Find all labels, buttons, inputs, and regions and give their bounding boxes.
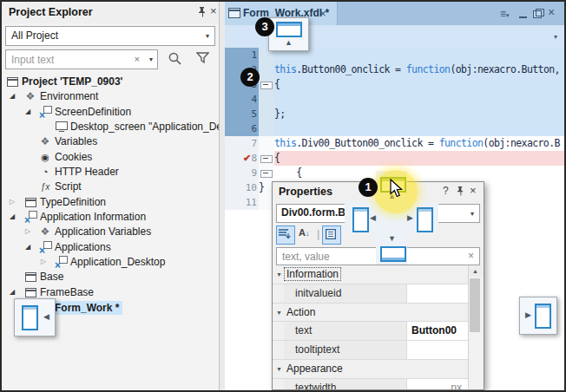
project-explorer-panel: Project Explorer × All Project ▾ × ▾ Pro… [2,2,219,390]
property-row-tooltiptext[interactable]: tooltiptext [273,341,468,360]
fold-collapse-icon[interactable] [260,155,273,163]
tree-item-applications[interactable]: ◢×Applications [2,240,219,255]
code-keyword: function [406,63,451,75]
property-value-cell[interactable]: Button00 [407,322,468,340]
dock-left-icon [22,305,38,330]
line-number: 1 [224,48,260,62]
tree-chevron-icon[interactable]: ◢ [10,288,18,297]
arrow-left-icon: ◀ [370,214,376,222]
dock-cross-bottom-icon[interactable] [380,246,406,262]
close-icon[interactable]: × [319,7,326,20]
fold-collapse-icon[interactable] [260,82,273,89]
category-row-appearance[interactable]: ▼Appearance [273,360,468,379]
property-name-cell[interactable]: initvalueid [284,284,407,303]
code-line-3[interactable]: { [274,77,564,92]
dock-cross-right-icon[interactable] [417,207,433,232]
project-icon [5,75,19,88]
tree-item-variables[interactable]: Variables [2,134,219,149]
dock-cross-left-icon[interactable] [352,207,369,232]
tree-item-label: Application_Desktop [70,256,165,268]
tree-item-application-variables[interactable]: ▷Application Variables [2,225,219,239]
property-value-cell[interactable] [407,284,468,303]
category-row-action[interactable]: ▼Action [273,304,468,323]
dock-left-guide[interactable]: ◀ [14,298,56,336]
code-line-6[interactable] [274,121,564,136]
tree-item-label: Project 'TEMP_0903' [22,75,122,88]
scrollbar-thumb[interactable] [470,278,480,332]
arrow-up-icon: ▲ [285,39,293,47]
code-line-7[interactable]: this.Div00_Button00_onclick = function(o… [274,136,564,151]
line-number: 9 [224,166,260,180]
property-value: px [451,382,462,390]
tree-item-desktop-screen-application-des[interactable]: Desktop_screen "Application_Des [2,120,219,134]
property-row-textwidth[interactable]: textwidthpx [273,379,468,390]
restore-icon[interactable] [533,10,542,18]
tab-list-icon[interactable]: ≡▾ [500,9,510,21]
property-name: textwidth [295,382,336,390]
property-name: initvalueid [295,287,341,299]
tree-chevron-icon[interactable]: ◢ [10,92,18,101]
window-icon [23,286,37,298]
tree-item-screendefinition[interactable]: ◢×ScreenDefinition [2,105,219,120]
script-icon [38,180,52,193]
scrollbar[interactable]: ▲ [468,265,482,389]
tree-item-application-desktop[interactable]: ▷×Application_Desktop [2,255,219,270]
property-value-cell[interactable] [407,341,468,359]
vars-icon [38,225,52,238]
code-line-8[interactable]: { [274,151,564,166]
property-value-cell[interactable]: px [407,379,468,390]
nexacro-icon: × [54,256,68,268]
close-icon[interactable]: × [548,7,555,17]
tree-chevron-icon[interactable]: ◢ [25,108,34,116]
code-text: }; [274,108,286,120]
tree-chevron-icon[interactable]: ▷ [10,198,18,206]
fold-margin [259,151,274,166]
category-collapse-icon[interactable]: ▼ [276,366,282,372]
mouse-cursor [390,179,404,201]
code-line-5[interactable]: }; [274,107,564,121]
property-name-cell[interactable]: tooltiptext [284,341,407,359]
tree-item-base[interactable]: Base [2,270,219,284]
arrow-down-icon: ▼ [388,235,396,243]
tree-chevron-icon[interactable]: ▷ [41,258,49,266]
property-row-text[interactable]: textButton00 [273,322,468,341]
tree-chevron-icon[interactable]: ▷ [25,227,34,236]
property-value: Button00 [411,324,457,336]
property-row-initvalueid[interactable]: initvalueid [273,284,468,304]
tree-item-label: ScreenDefinition [55,106,131,118]
tree-item-application-information[interactable]: ◢×Application Information [2,210,219,225]
property-name: tooltiptext [295,343,339,356]
property-name-cell[interactable]: textwidth [284,379,407,390]
tree-item-http-header[interactable]: HTTP Header [2,165,219,180]
code-line-4[interactable] [274,92,564,107]
tree-chevron-icon[interactable]: ◢ [10,212,18,221]
tree-item-cookies[interactable]: Cookies [2,150,219,165]
tree-item-label: Cookies [55,151,92,163]
tree-item-label: Application Information [40,211,146,223]
env-icon [23,90,37,102]
code-line-1[interactable] [274,48,564,62]
scroll-up-icon[interactable]: ▲ [469,265,482,277]
tree-item-script[interactable]: Script [2,180,219,194]
property-name-cell[interactable]: text [284,322,407,340]
panel-splitter[interactable] [219,2,225,390]
category-collapse-icon[interactable]: ▼ [276,310,282,316]
tree-item-typedefinition[interactable]: ▷TypeDefinition [2,195,219,210]
code-text: .Button00_onclick = [296,63,405,75]
dock-right-guide[interactable]: ▶ [519,297,557,335]
code-line-2[interactable]: this.Button00_onclick = function(obj:nex… [274,62,564,77]
fold-margin [259,136,274,151]
tree-item-project-temp-0903[interactable]: Project 'TEMP_0903' [2,75,219,89]
dock-top-guide[interactable]: ▲ [268,17,309,51]
category-collapse-icon[interactable]: ▼ [276,271,282,278]
code-keyword: this [274,63,296,75]
chevron-down-icon[interactable]: ▾ [554,33,557,41]
code-keyword: this [274,137,296,149]
fold-collapse-icon[interactable] [260,170,273,178]
callout-badge-3: 3 [255,17,274,36]
code-keyword: function [439,137,484,149]
category-row-information[interactable]: ▼Information [273,265,468,284]
tree-item-environment[interactable]: ◢Environment [2,89,219,104]
tree-chevron-icon[interactable]: ◢ [25,243,34,252]
minimize-icon[interactable] [519,8,527,18]
